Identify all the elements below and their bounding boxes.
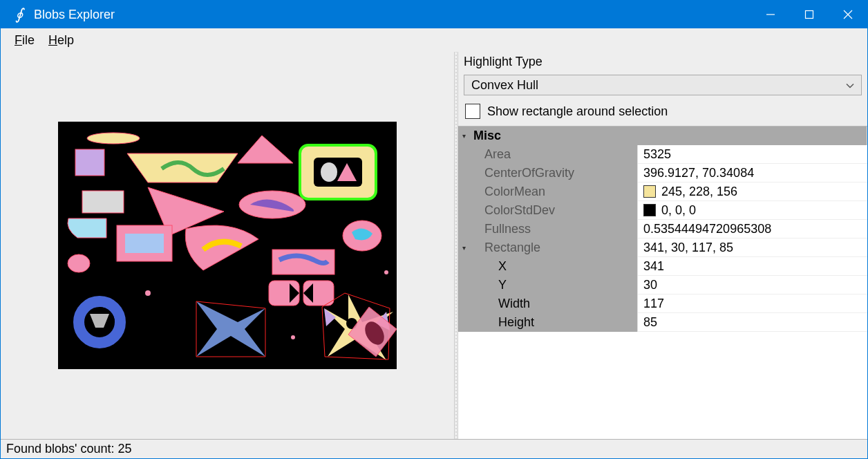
prop-rect-width[interactable]: Width 117: [458, 294, 867, 313]
svg-point-35: [384, 270, 388, 274]
app-icon: ∮: [9, 5, 28, 24]
minimize-button[interactable]: [751, 1, 790, 28]
status-text: Found blobs' count: 25: [6, 442, 132, 456]
prop-rect-x[interactable]: X 341: [458, 257, 867, 276]
prop-rect-y[interactable]: Y 30: [458, 276, 867, 294]
close-button[interactable]: [829, 1, 867, 28]
menu-file[interactable]: File: [15, 33, 35, 48]
svg-marker-7: [238, 135, 293, 163]
prop-center-of-gravity[interactable]: CenterOfGravity 396.9127, 70.34084: [458, 164, 867, 182]
image-viewer: [1, 52, 454, 439]
minimize-icon: [766, 10, 775, 19]
menu-help[interactable]: Help: [48, 33, 74, 48]
status-bar: Found blobs' count: 25: [1, 439, 867, 458]
highlight-type-value: Convex Hull: [471, 78, 538, 93]
show-rectangle-checkbox[interactable]: [465, 104, 480, 119]
color-swatch: [643, 185, 656, 198]
chevron-down-icon: [846, 78, 854, 93]
maximize-button[interactable]: [790, 1, 829, 28]
chevron-down-icon[interactable]: ▾: [458, 238, 469, 257]
svg-point-19: [68, 254, 90, 272]
prop-group-misc: ▾ Misc: [458, 127, 867, 145]
blobs-canvas[interactable]: [58, 122, 397, 369]
svg-rect-1: [806, 11, 813, 19]
color-swatch: [643, 204, 656, 216]
close-icon: [843, 10, 853, 19]
svg-point-10: [321, 162, 337, 182]
svg-point-4: [87, 133, 140, 144]
svg-rect-16: [125, 234, 164, 253]
prop-area[interactable]: Area 5325: [458, 145, 867, 164]
svg-marker-31: [324, 308, 336, 326]
prop-color-stddev[interactable]: ColorStdDev 0, 0, 0: [458, 201, 867, 220]
prop-color-mean[interactable]: ColorMean 245, 228, 156: [458, 182, 867, 201]
highlight-type-label: Highlight Type: [458, 52, 867, 71]
window-controls: [751, 1, 867, 28]
window-title: Blobs Explorer: [34, 8, 751, 22]
svg-marker-6: [127, 153, 238, 182]
show-rectangle-label: Show rectangle around selection: [487, 104, 668, 119]
properties-pane: Highlight Type Convex Hull Show rectangl…: [458, 52, 867, 439]
svg-marker-25: [196, 301, 265, 357]
prop-fullness[interactable]: Fullness 0.53544494720965308: [458, 220, 867, 238]
property-grid[interactable]: ▾ Misc Area 5325 CenterOfGravity 396.912…: [458, 126, 867, 439]
svg-rect-5: [75, 149, 104, 176]
svg-marker-23: [90, 314, 109, 328]
prop-rectangle[interactable]: ▾ Rectangle 341, 30, 117, 85: [458, 238, 867, 257]
svg-rect-12: [82, 191, 124, 213]
menu-bar: File Help: [1, 28, 867, 52]
chevron-down-icon[interactable]: ▾: [458, 127, 469, 145]
title-bar[interactable]: ∮ Blobs Explorer: [1, 1, 867, 28]
highlight-type-dropdown[interactable]: Convex Hull: [464, 75, 862, 95]
maximize-icon: [804, 10, 814, 19]
prop-rect-height[interactable]: Height 85: [458, 313, 867, 332]
svg-point-24: [145, 290, 151, 296]
svg-point-27: [291, 335, 295, 339]
app-window: ∮ Blobs Explorer File Help: [0, 0, 868, 459]
